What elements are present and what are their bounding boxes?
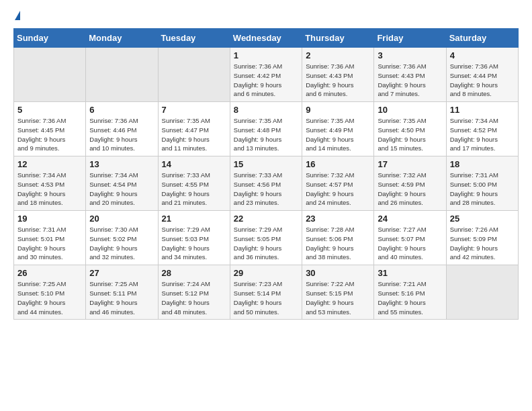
- day-number: 15: [234, 159, 298, 169]
- day-number: 31: [378, 268, 442, 278]
- cell-line: and 14 minutes.: [306, 144, 351, 152]
- calendar-cell: 21Sunrise: 7:29 AMSunset: 5:03 PMDayligh…: [158, 211, 230, 265]
- day-number: 17: [378, 159, 442, 169]
- cell-line: and 10 minutes.: [89, 144, 135, 152]
- cell-line: Sunrise: 7:36 AM: [89, 117, 138, 124]
- cell-line: Sunset: 4:43 PM: [306, 72, 353, 79]
- cell-line: Sunset: 4:53 PM: [17, 181, 64, 188]
- cell-line: Daylight: 9 hours: [89, 190, 137, 197]
- calendar-cell: 18Sunrise: 7:31 AMSunset: 5:00 PMDayligh…: [446, 156, 518, 211]
- day-number: 5: [17, 105, 82, 115]
- day-number: 13: [89, 159, 154, 169]
- cell-data: Sunrise: 7:34 AMSunset: 4:54 PMDaylight:…: [89, 171, 154, 208]
- cell-line: and 18 minutes.: [17, 199, 63, 206]
- cell-line: Sunset: 4:49 PM: [306, 126, 353, 134]
- cell-line: Daylight: 9 hours: [450, 244, 498, 252]
- cell-line: Daylight: 9 hours: [162, 136, 210, 143]
- cell-line: Sunrise: 7:35 AM: [234, 117, 282, 124]
- cell-line: and 34 minutes.: [162, 253, 208, 261]
- cell-line: Sunrise: 7:36 AM: [306, 62, 354, 70]
- cell-line: and 6 minutes.: [306, 90, 347, 97]
- calendar-week-4: 19Sunrise: 7:31 AMSunset: 5:01 PMDayligh…: [14, 211, 519, 265]
- day-number: 10: [378, 105, 442, 115]
- cell-line: and 8 minutes.: [450, 90, 492, 97]
- cell-line: Daylight: 9 hours: [89, 244, 137, 252]
- cell-line: and 9 minutes.: [17, 144, 59, 152]
- cell-line: Sunrise: 7:27 AM: [378, 226, 426, 233]
- calendar-cell: [14, 48, 86, 102]
- day-number: 27: [89, 268, 154, 278]
- cell-data: Sunrise: 7:36 AMSunset: 4:44 PMDaylight:…: [450, 62, 515, 99]
- calendar-cell: 8Sunrise: 7:35 AMSunset: 4:48 PMDaylight…: [230, 102, 302, 156]
- cell-line: Daylight: 9 hours: [89, 136, 137, 143]
- cell-line: Daylight: 9 hours: [17, 136, 65, 143]
- cell-data: Sunrise: 7:21 AMSunset: 5:16 PMDaylight:…: [378, 279, 442, 316]
- cell-data: Sunrise: 7:28 AMSunset: 5:06 PMDaylight:…: [306, 225, 370, 262]
- cell-line: Sunset: 4:55 PM: [162, 181, 209, 188]
- calendar-cell: 15Sunrise: 7:33 AMSunset: 4:56 PMDayligh…: [230, 156, 302, 211]
- cell-line: Daylight: 9 hours: [234, 244, 281, 252]
- cell-line: and 20 minutes.: [89, 199, 135, 206]
- calendar-cell: 23Sunrise: 7:28 AMSunset: 5:06 PMDayligh…: [302, 211, 374, 265]
- cell-line: Daylight: 9 hours: [378, 190, 425, 197]
- cell-line: and 21 minutes.: [162, 199, 208, 206]
- day-number: 18: [450, 159, 515, 169]
- cell-line: and 11 minutes.: [162, 144, 208, 152]
- cell-line: and 26 minutes.: [378, 199, 423, 206]
- cell-line: Sunrise: 7:35 AM: [378, 117, 426, 124]
- cell-data: Sunrise: 7:34 AMSunset: 4:53 PMDaylight:…: [17, 171, 82, 208]
- cell-line: and 17 minutes.: [450, 144, 496, 152]
- cell-line: Sunset: 5:09 PM: [450, 235, 497, 242]
- cell-line: Sunrise: 7:34 AM: [17, 171, 66, 179]
- cell-line: Daylight: 9 hours: [234, 299, 281, 306]
- cell-line: Sunrise: 7:28 AM: [306, 226, 354, 233]
- cell-line: Sunrise: 7:22 AM: [306, 280, 354, 287]
- calendar-cell: 12Sunrise: 7:34 AMSunset: 4:53 PMDayligh…: [14, 156, 86, 211]
- day-number: 16: [306, 159, 370, 169]
- cell-line: Sunrise: 7:34 AM: [89, 171, 138, 179]
- cell-line: and 30 minutes.: [17, 253, 63, 261]
- cell-line: Sunrise: 7:21 AM: [378, 280, 426, 287]
- cell-line: Daylight: 9 hours: [450, 81, 498, 89]
- cell-data: Sunrise: 7:35 AMSunset: 4:48 PMDaylight:…: [234, 116, 298, 153]
- cell-line: and 50 minutes.: [234, 308, 279, 316]
- cell-data: Sunrise: 7:36 AMSunset: 4:43 PMDaylight:…: [306, 62, 370, 99]
- cell-line: Sunrise: 7:33 AM: [234, 171, 282, 179]
- cell-data: Sunrise: 7:25 AMSunset: 5:10 PMDaylight:…: [17, 279, 82, 316]
- day-number: 9: [306, 105, 370, 115]
- calendar-week-1: 1Sunrise: 7:36 AMSunset: 4:42 PMDaylight…: [14, 48, 519, 102]
- cell-data: Sunrise: 7:30 AMSunset: 5:02 PMDaylight:…: [89, 225, 154, 262]
- cell-line: Sunset: 4:42 PM: [234, 72, 281, 79]
- calendar-cell: 5Sunrise: 7:36 AMSunset: 4:45 PMDaylight…: [14, 102, 86, 156]
- cell-line: Sunset: 5:10 PM: [17, 289, 64, 297]
- cell-line: and 40 minutes.: [378, 253, 423, 261]
- cell-data: Sunrise: 7:31 AMSunset: 5:00 PMDaylight:…: [450, 171, 515, 208]
- cell-line: Sunrise: 7:36 AM: [234, 62, 282, 70]
- day-number: 29: [234, 268, 298, 278]
- cell-line: Sunset: 5:07 PM: [378, 235, 425, 242]
- cell-line: and 53 minutes.: [306, 308, 351, 316]
- calendar-week-3: 12Sunrise: 7:34 AMSunset: 4:53 PMDayligh…: [14, 156, 519, 211]
- cell-line: Sunrise: 7:24 AM: [162, 280, 210, 287]
- cell-line: Sunset: 4:48 PM: [234, 126, 281, 134]
- calendar-header-saturday: Saturday: [446, 29, 518, 48]
- cell-line: Daylight: 9 hours: [234, 136, 281, 143]
- day-number: 24: [378, 214, 442, 224]
- cell-line: Sunrise: 7:35 AM: [162, 117, 210, 124]
- day-number: 23: [306, 214, 370, 224]
- cell-line: Sunset: 4:56 PM: [234, 181, 281, 188]
- cell-data: Sunrise: 7:36 AMSunset: 4:43 PMDaylight:…: [378, 62, 442, 99]
- cell-line: Sunrise: 7:32 AM: [306, 171, 354, 179]
- cell-line: Daylight: 9 hours: [17, 299, 65, 306]
- cell-line: Daylight: 9 hours: [378, 81, 425, 89]
- cell-line: Sunset: 4:46 PM: [89, 126, 136, 134]
- cell-line: Sunset: 4:45 PM: [17, 126, 64, 134]
- cell-line: Daylight: 9 hours: [450, 136, 498, 143]
- calendar-cell: 1Sunrise: 7:36 AMSunset: 4:42 PMDaylight…: [230, 48, 302, 102]
- calendar-cell: 29Sunrise: 7:23 AMSunset: 5:14 PMDayligh…: [230, 265, 302, 320]
- logo: [13, 11, 20, 21]
- cell-line: Sunset: 5:11 PM: [89, 289, 136, 297]
- cell-line: Sunrise: 7:31 AM: [17, 226, 66, 233]
- day-number: 11: [450, 105, 515, 115]
- day-number: 1: [234, 50, 298, 60]
